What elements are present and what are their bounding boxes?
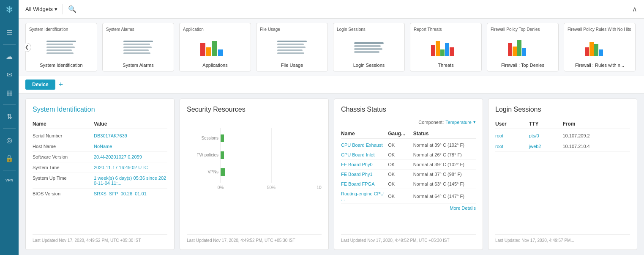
gallery-widget-application[interactable]: Application Applications — [179, 23, 251, 71]
chassis-row-status: Normal at 64° C (147° F) — [413, 194, 476, 199]
login-tty: pts/0 — [529, 133, 563, 138]
chassis-name-header: Name — [341, 131, 388, 137]
chassis-row-status: Normal at 26° C (78° F) — [413, 152, 476, 157]
security-chart-svg: Sessions FW policies VPNs 0% 50% 100% — [187, 123, 322, 191]
chassis-row-gauge: OK — [388, 143, 413, 148]
value-header: Value — [94, 121, 167, 127]
gallery-widget-label: System Identification — [29, 63, 93, 68]
sidebar-divider4 — [3, 170, 16, 170]
table-row: Software Version 20.4I-20201027.0.2059 — [33, 152, 167, 162]
chassis-row-gauge: OK — [388, 152, 413, 157]
row-value: NoName — [94, 144, 167, 149]
chassis-status-panel: Chassis Status Component: Temperature ▾ … — [334, 99, 483, 250]
search-icon[interactable]: 🔍 — [68, 5, 76, 13]
component-value-dropdown[interactable]: Temperature — [445, 120, 472, 125]
system-identification-title: System Identification — [33, 106, 167, 113]
component-chevron-icon[interactable]: ▾ — [473, 119, 476, 125]
gallery-widget-title: Application — [183, 27, 204, 32]
gallery-widget-title: System Alarms — [106, 27, 134, 32]
shield-icon[interactable]: ◎ — [6, 136, 12, 144]
gallery-widget-title: Login Sessions — [337, 27, 366, 32]
svg-rect-4 — [221, 134, 224, 142]
gallery-widget-title: System Identification — [29, 27, 68, 32]
collapse-icon[interactable]: ∧ — [632, 5, 637, 13]
menu-icon[interactable]: ☰ — [6, 29, 12, 37]
all-widgets-button[interactable]: All Widgets ▾ — [25, 6, 57, 12]
lock-icon[interactable]: 🔒 — [5, 154, 14, 162]
row-value: 1 week(s) 6 day(s) 05:36 since 2020-11-0… — [94, 175, 167, 186]
gallery-widget-threats[interactable]: Report Threats Threats — [410, 23, 482, 71]
vpn-icon[interactable]: VPN — [5, 178, 14, 182]
row-value: SRXS_SFP_00.26_01.01 — [94, 191, 167, 196]
table-header-row: Name Value — [33, 119, 167, 129]
title-part1: System — [33, 106, 57, 113]
widget-gallery: ❮ System Identification System Identific… — [19, 19, 644, 76]
chassis-status-title: Chassis Status — [341, 106, 476, 113]
name-header: Name — [33, 121, 94, 127]
dashboard-tabs: Device + — [19, 76, 644, 93]
title-part2: Identification — [57, 106, 95, 113]
svg-text:VPNs: VPNs — [207, 170, 218, 174]
table-row: root pts/0 10.107.209.2 — [495, 131, 630, 141]
gallery-widget-login-sessions[interactable]: Login Sessions Login Sessions — [333, 23, 405, 71]
user-header: User — [495, 121, 529, 127]
login-sessions-title: Login Sessions — [495, 106, 630, 113]
sidebar-divider — [3, 44, 16, 45]
table-row: FE Board FPGA OK Normal at 63° C (145° F… — [341, 179, 476, 189]
mail-icon[interactable]: ✉ — [7, 71, 12, 79]
all-widgets-label: All Widgets — [25, 6, 53, 12]
table-row: System Up Time 1 week(s) 6 day(s) 05:36 … — [33, 173, 167, 189]
security-chart: Sessions FW policies VPNs 0% 50% 100% — [187, 119, 322, 234]
gallery-widget-preview — [491, 35, 555, 60]
gallery-widget-firewall-no-hits[interactable]: Firewall Policy Rules With No Hits Firew… — [564, 23, 636, 71]
share-icon[interactable]: ⇅ — [7, 112, 12, 121]
login-column-headers: User TTY From — [495, 119, 630, 129]
gallery-widget-label: Firewall : Rules with n... — [568, 63, 632, 68]
row-label: Software Version — [33, 154, 94, 159]
add-tab-button[interactable]: + — [59, 80, 63, 89]
tab-device[interactable]: Device — [25, 80, 55, 90]
system-identification-footer: Last Updated Nov 17, 2020, 4:49:52 PM, U… — [33, 234, 167, 243]
row-label: System Time — [33, 165, 94, 170]
chassis-row-name: CPU Board Exhaust — [341, 143, 388, 148]
from-header: From — [563, 121, 630, 127]
row-value: DB3017AK7639 — [94, 133, 167, 138]
chassis-row-gauge: OK — [388, 194, 413, 199]
gallery-widget-label: System Alarms — [106, 63, 170, 68]
table-row: Routing-engine CPU ... OK Normal at 64° … — [341, 189, 476, 204]
login-from: 10.107.209.2 — [563, 133, 630, 138]
gallery-widget-preview — [568, 35, 632, 60]
component-label: Component: — [418, 120, 444, 125]
system-identification-table: Name Value Serial Number DB3017AK7639 Ho… — [33, 119, 167, 199]
gallery-widget-system-identification[interactable]: System Identification System Identificat… — [25, 23, 97, 71]
gallery-widget-label: Firewall : Top Denies — [491, 63, 555, 68]
row-label: BIOS Version — [33, 191, 94, 196]
terminal-icon[interactable]: ▦ — [6, 89, 13, 97]
gallery-widget-file-usage[interactable]: File Usage File Usage — [256, 23, 328, 71]
svg-rect-6 — [221, 151, 224, 159]
login-sessions-panel: Login Sessions User TTY From root pts/0 … — [488, 99, 637, 250]
gallery-widget-system-alarms[interactable]: System Alarms System Alarms — [102, 23, 174, 71]
cloud-icon[interactable]: ☁ — [6, 52, 13, 60]
security-resources-title: Security Resources — [187, 106, 322, 113]
chassis-component-header: Component: Temperature ▾ — [341, 119, 476, 125]
gallery-widget-preview — [183, 35, 247, 60]
tty-header: TTY — [529, 121, 563, 127]
chassis-gauge-header: Gaug... — [388, 131, 413, 137]
svg-text:FW policies: FW policies — [196, 153, 218, 157]
chassis-row-name: Routing-engine CPU ... — [341, 191, 388, 201]
table-row: root jweb2 10.107.210.4 — [495, 141, 630, 152]
gallery-widget-title: Report Threats — [414, 27, 442, 32]
table-row: System Time 2020-11-17 16:49:02 UTC — [33, 162, 167, 173]
svg-text:100%: 100% — [317, 185, 322, 190]
gallery-widget-firewall-top-denies[interactable]: Firewall Policy Top Denies Firewall : To… — [487, 23, 559, 71]
svg-text:Sessions: Sessions — [201, 136, 218, 140]
gallery-scroll: ❮ System Identification System Identific… — [25, 23, 637, 71]
more-details-link[interactable]: More Details — [341, 206, 476, 211]
gallery-widget-label: File Usage — [260, 63, 324, 68]
table-row: CPU Board Exhaust OK Normal at 39° C (10… — [341, 140, 476, 150]
chassis-row-gauge: OK — [388, 162, 413, 167]
table-row: Host Name NoName — [33, 141, 167, 152]
gallery-widget-title: Firewall Policy Top Denies — [491, 27, 540, 32]
chassis-column-headers: Name Gaug... Status — [341, 129, 476, 139]
